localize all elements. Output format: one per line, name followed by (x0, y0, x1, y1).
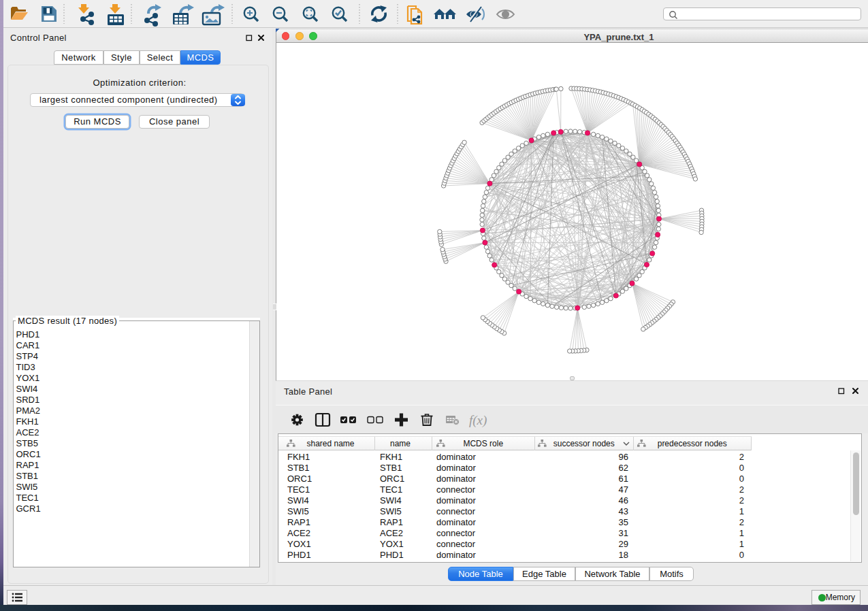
svg-text:f(x): f(x) (469, 413, 487, 428)
